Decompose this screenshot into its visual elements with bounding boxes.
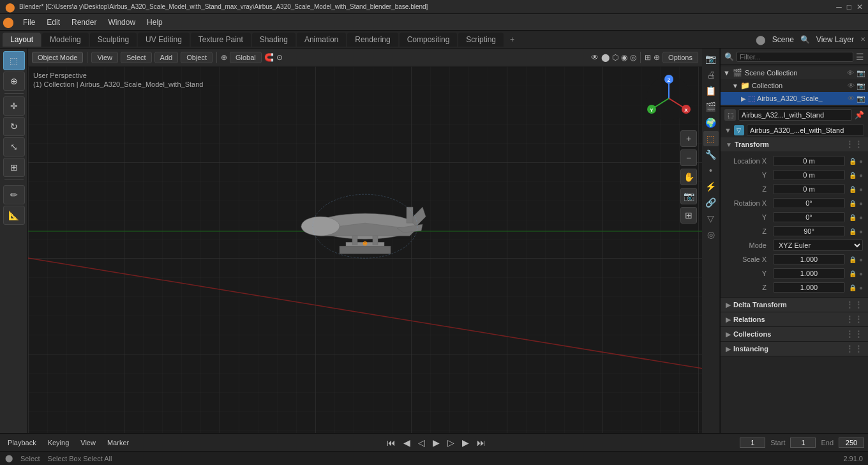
prop-icon-view-layer[interactable]: 📋 [703,83,719,98]
location-x-lock[interactable]: 🔒 [849,158,857,165]
playback-menu[interactable]: Playback [4,438,40,447]
prop-icon-world[interactable]: 🌍 [703,115,719,130]
keying-menu[interactable]: Keying [44,438,73,447]
prev-key-btn[interactable]: ◁ [416,438,427,448]
location-x-anim[interactable]: ● [859,158,863,165]
col-eye-icon[interactable]: 👁 [848,82,855,90]
outliner-search-input[interactable] [737,52,853,62]
scale-z-anim[interactable]: ● [859,284,863,291]
tab-animation[interactable]: Animation [297,33,346,47]
object-row[interactable]: ▶ ⬚ Airbus_A320_Scale_ 👁 📷 [721,92,868,105]
navigation-gizmo[interactable]: Z X Y [643,73,694,124]
tool-move[interactable]: ✛ [3,96,25,116]
rotation-y-value[interactable]: 0° [773,212,845,222]
transform-options[interactable]: ⋮⋮ [845,139,863,149]
gizmo-toggle[interactable]: ⊕ [654,53,660,62]
select-menu[interactable]: Select [121,52,152,63]
location-y-anim[interactable]: ● [859,172,863,179]
current-frame-input[interactable] [740,438,765,448]
tab-texture-paint[interactable]: Texture Paint [191,33,251,47]
scene-name[interactable]: Scene [768,35,798,44]
tool-select[interactable]: ⬚ [3,51,25,70]
location-z-anim[interactable]: ● [859,186,863,193]
mesh-dropdown-icon[interactable]: ▼ [724,126,731,134]
render-eye-icon[interactable]: 📷 [857,69,865,77]
scale-y-anim[interactable]: ● [859,270,863,277]
collections-options[interactable]: ⋮⋮ [845,329,863,339]
tab-modeling[interactable]: Modeling [42,33,89,47]
rotation-z-anim[interactable]: ● [859,228,863,235]
tab-uv-editing[interactable]: UV Editing [138,33,190,47]
3d-viewport[interactable]: User Perspective (1) Collection | Airbus… [28,66,702,433]
add-menu[interactable]: Add [154,52,179,63]
rotation-y-anim[interactable]: ● [859,214,863,221]
tool-annotate[interactable]: ✏ [3,185,25,204]
tab-rendering[interactable]: Rendering [347,33,398,47]
prop-icon-particles[interactable]: • [703,163,719,178]
prev-frame-btn[interactable]: ◀ [401,438,412,448]
minimize-button[interactable]: ─ [836,3,842,11]
transform-global-btn[interactable]: Global [230,52,262,63]
menu-edit[interactable]: Edit [41,17,65,28]
tool-scale[interactable]: ⤡ [3,137,25,156]
tab-shading[interactable]: Shading [252,33,296,47]
relations-options[interactable]: ⋮⋮ [845,314,863,324]
pin-icon[interactable]: 📌 [855,111,864,119]
next-key-btn[interactable]: ▷ [445,438,456,448]
pan-button[interactable]: ✋ [680,169,697,185]
play-button[interactable]: ▶ [431,438,442,448]
zoom-out-button[interactable]: − [680,149,697,166]
prop-icon-object[interactable]: ⬚ [703,131,719,146]
view-layer-name[interactable]: View Layer [812,35,858,44]
search-icon[interactable]: 🔍 [800,35,810,44]
viewport-shading-rendered[interactable]: ◉ [621,53,627,62]
view-layer-close[interactable]: ✕ [860,36,865,43]
scale-y-lock[interactable]: 🔒 [849,270,857,277]
outliner-filter-icon[interactable]: ☰ [856,52,864,62]
tab-compositing[interactable]: Compositing [400,33,458,47]
timeline-view-menu[interactable]: View [77,438,100,447]
camera-view-button[interactable]: 📷 [680,188,697,204]
mesh-name-field[interactable] [747,125,864,136]
menu-help[interactable]: Help [142,17,168,28]
rotation-z-lock[interactable]: 🔒 [849,228,857,235]
delta-transform-options[interactable]: ⋮⋮ [845,300,863,310]
prop-icon-constraints[interactable]: 🔗 [703,195,719,210]
tab-scripting[interactable]: Scripting [458,33,504,47]
col-render-icon[interactable]: 📷 [857,82,865,90]
prop-icon-render[interactable]: 📷 [703,51,719,66]
tool-transform[interactable]: ⊞ [3,158,25,177]
zoom-in-button[interactable]: + [680,130,697,147]
pivot-icon[interactable]: ⊕ [221,53,227,62]
location-y-value[interactable]: 0 m [773,170,845,180]
render-view-icon[interactable]: 👁 [591,53,599,62]
grid-toggle-button[interactable]: ⊞ [680,207,697,224]
view-menu[interactable]: View [91,52,118,63]
object-name-field[interactable] [738,109,852,121]
obj-render-icon[interactable]: 📷 [857,95,865,103]
relations-header[interactable]: ▶ Relations ⋮⋮ [721,312,868,326]
jump-to-end[interactable]: ⏭ [475,438,488,448]
blender-menu-icon[interactable]: ⬤ [3,16,14,28]
viewport-shading-mat[interactable]: ◎ [630,53,636,62]
delta-transform-header[interactable]: ▶ Delta Transform ⋮⋮ [721,298,868,312]
location-y-lock[interactable]: 🔒 [849,172,857,179]
obj-eye-icon[interactable]: 👁 [848,95,855,103]
tab-sculpting[interactable]: Sculpting [90,33,137,47]
tab-layout[interactable]: Layout [3,33,41,47]
prop-icon-modifier[interactable]: 🔧 [703,147,719,162]
marker-menu[interactable]: Marker [103,438,133,447]
close-button[interactable]: ✕ [857,3,863,11]
tool-rotate[interactable]: ↻ [3,117,25,136]
scale-y-value[interactable]: 1.000 [773,268,845,278]
transform-section-header[interactable]: ▼ Transform ⋮⋮ [721,137,868,151]
object-menu[interactable]: Object [181,52,213,63]
tool-measure[interactable]: 📐 [3,206,25,225]
rotation-x-value[interactable]: 0° [773,198,845,208]
rotation-mode-select[interactable]: XYZ Euler XZY Euler Quaternion [773,240,863,251]
maximize-button[interactable]: □ [847,3,851,11]
collection-row[interactable]: ▼ 📁 Collection 👁 📷 [721,79,868,92]
menu-window[interactable]: Window [103,17,140,28]
prop-icon-output[interactable]: 🖨 [703,67,719,82]
menu-render[interactable]: Render [66,17,101,28]
